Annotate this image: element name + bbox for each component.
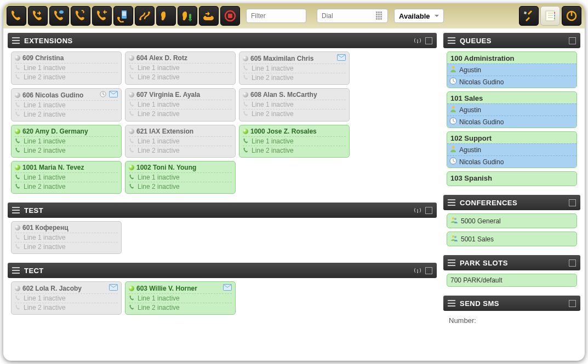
- whisper-button[interactable]: [178, 6, 197, 26]
- mobile-button[interactable]: [113, 6, 133, 26]
- minimize-icon[interactable]: [569, 259, 576, 267]
- extension-name: 1001 Maria N. Tevez: [22, 164, 116, 171]
- extension-card[interactable]: 605 Maximilan ChrisLine 1 inactiveLine 2…: [239, 51, 350, 85]
- queue-member[interactable]: Nicolas Gudino: [447, 155, 576, 167]
- redirect-button[interactable]: [92, 6, 112, 26]
- panel-header: TEST: [8, 203, 437, 218]
- minimize-icon[interactable]: [569, 199, 576, 206]
- menu-icon[interactable]: [448, 300, 455, 307]
- mail-icon: [109, 91, 118, 99]
- menu-icon[interactable]: [12, 37, 20, 44]
- power-button[interactable]: [562, 6, 581, 26]
- panel-title: SEND SMS: [460, 299, 499, 308]
- extension-name: 601 Коференц: [22, 224, 116, 232]
- keypad-icon[interactable]: [376, 11, 385, 20]
- line-row: Line 1 inactive: [15, 233, 118, 242]
- line-row: Line 1 inactive: [129, 293, 232, 303]
- minimize-icon[interactable]: [569, 300, 576, 307]
- minimize-icon[interactable]: [569, 37, 576, 44]
- barge-button[interactable]: [199, 6, 219, 26]
- extension-card[interactable]: 620 Amy D. GermanyLine 1 inactiveLine 2 …: [11, 125, 122, 158]
- queue-item[interactable]: 101 SalesAgustinNicolas Gudino: [447, 91, 577, 128]
- queue-title: 101 Sales: [450, 94, 573, 103]
- status-select[interactable]: Available: [394, 9, 444, 23]
- svg-rect-2: [122, 11, 126, 16]
- conference-item[interactable]: 5000 General: [447, 213, 577, 228]
- conference-item[interactable]: 5001 Sales: [447, 232, 577, 246]
- extension-card[interactable]: 607 Virginia E. AyalaLine 1 inactiveLine…: [125, 88, 236, 122]
- queue-item[interactable]: 102 SupportAgustinNicolas Gudino: [447, 131, 577, 168]
- queue-member[interactable]: Nicolas Gudino: [447, 76, 576, 88]
- parkslots-panel: PARK SLOTS 700 PARK/default: [443, 255, 580, 290]
- menu-icon[interactable]: [448, 259, 455, 266]
- extension-card[interactable]: 1000 Jose Z. RosalesLine 1 inactiveLine …: [239, 125, 350, 158]
- queue-item[interactable]: 103 Spanish: [447, 171, 577, 186]
- conference-name: 5001 Sales: [461, 235, 494, 243]
- menu-icon[interactable]: [448, 37, 455, 44]
- settings-button[interactable]: [519, 6, 539, 26]
- line-label: Line 1 inactive: [252, 101, 294, 108]
- menu-icon[interactable]: [12, 207, 20, 213]
- queue-member[interactable]: Agustin: [447, 103, 576, 115]
- minimize-icon[interactable]: [425, 37, 432, 44]
- extension-card[interactable]: 606 Nicolas GudinoLine 1 inactiveLine 2 …: [11, 88, 122, 122]
- clock-icon: [449, 77, 457, 86]
- line-label: Line 1 inactive: [138, 174, 180, 181]
- menu-icon[interactable]: [448, 199, 455, 206]
- line-label: Line 2 inactive: [24, 147, 66, 154]
- line-row: Line 1 inactive: [15, 293, 118, 303]
- menu-icon[interactable]: [12, 267, 20, 274]
- park-item[interactable]: 700 PARK/default: [447, 274, 577, 287]
- broadcast-icon[interactable]: [413, 266, 422, 275]
- status-dot-icon: [15, 55, 20, 61]
- line-row: Line 1 inactive: [15, 136, 118, 146]
- line-row: Line 2 inactive: [15, 303, 118, 312]
- panel-header: ТЕСТ: [8, 263, 437, 278]
- queue-title: 100 Administration: [450, 54, 573, 63]
- panel-title: QUEUES: [460, 37, 492, 45]
- extension-card[interactable]: 602 Lola R. JacobyLine 1 inactiveLine 2 …: [11, 281, 122, 315]
- person-icon: [449, 65, 457, 74]
- phone-button[interactable]: [7, 6, 26, 26]
- broadcast-icon[interactable]: [413, 206, 422, 215]
- callpath-button[interactable]: [135, 6, 155, 26]
- line-row: Line 1 inactive: [129, 136, 232, 146]
- contacts-button[interactable]: [540, 6, 560, 26]
- extension-name: 1000 Jose Z. Rosales: [250, 128, 344, 135]
- member-name: Nicolas Gudino: [459, 78, 504, 86]
- line-row: Line 2 inactive: [15, 109, 118, 119]
- transfer-button[interactable]: [49, 6, 69, 26]
- queue-member[interactable]: Agustin: [447, 63, 576, 76]
- extension-card[interactable]: 608 Alan S. McCarthyLine 1 inactiveLine …: [239, 88, 350, 122]
- minimize-icon[interactable]: [425, 207, 432, 214]
- filter-input[interactable]: [246, 9, 306, 23]
- queue-member[interactable]: Nicolas Gudino: [447, 115, 576, 128]
- extension-card[interactable]: 609 ChristinaLine 1 inactiveLine 2 inact…: [11, 51, 122, 85]
- line-row: Line 2 inactive: [129, 303, 232, 312]
- extension-card[interactable]: 1002 Toni N. YoungLine 1 inactiveLine 2 …: [125, 161, 236, 194]
- extension-card[interactable]: 604 Alex D. RotzLine 1 inactiveLine 2 in…: [125, 51, 236, 85]
- extension-card[interactable]: 621 IAX ExtensionLine 1 inactiveLine 2 i…: [125, 125, 236, 158]
- svg-point-4: [148, 11, 150, 14]
- extension-card[interactable]: 1001 Maria N. TevezLine 1 inactiveLine 2…: [11, 161, 122, 194]
- svg-rect-14: [554, 18, 555, 19]
- line-row: Line 2 inactive: [129, 72, 232, 82]
- member-name: Nicolas Gudino: [459, 158, 504, 166]
- stop-button[interactable]: [220, 6, 240, 26]
- status-dot-icon: [15, 93, 20, 98]
- minimize-icon[interactable]: [425, 267, 432, 274]
- extension-card[interactable]: 603 Willie V. HornerLine 1 inactiveLine …: [125, 281, 236, 315]
- extension-name: 609 Christina: [22, 54, 116, 62]
- sendsms-panel: SEND SMS Number:: [443, 296, 580, 330]
- extensions-panel: EXTENSIONS 609 ChristinaLine 1 inactiveL…: [8, 33, 437, 197]
- broadcast-icon[interactable]: [413, 36, 422, 45]
- queue-member[interactable]: Agustin: [447, 143, 576, 155]
- queue-item[interactable]: 100 AdministrationAgustinNicolas Gudino: [447, 51, 577, 88]
- hold-button[interactable]: [28, 6, 48, 26]
- voicemail-button[interactable]: [71, 6, 90, 26]
- status-dot-icon: [243, 129, 248, 134]
- listen-button[interactable]: [156, 6, 176, 26]
- extension-card[interactable]: 601 КоференцLine 1 inactiveLine 2 inacti…: [11, 221, 122, 254]
- extension-name: 621 IAX Extension: [136, 128, 230, 135]
- line-row: Line 2 inactive: [15, 182, 118, 191]
